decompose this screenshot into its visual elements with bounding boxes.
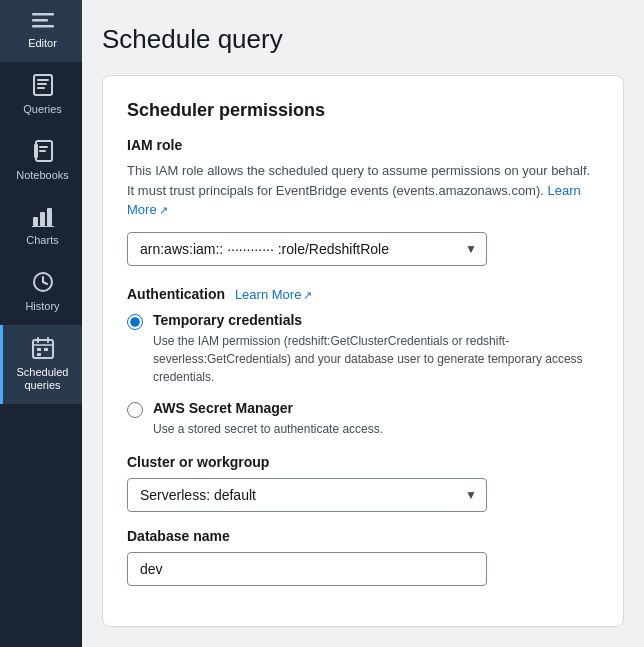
card-title: Scheduler permissions (127, 100, 599, 121)
svg-rect-9 (39, 146, 48, 148)
svg-rect-13 (47, 208, 52, 226)
svg-rect-4 (37, 79, 49, 81)
svg-rect-5 (37, 83, 47, 85)
external-link-icon: ↗ (159, 202, 168, 219)
database-section: Database name (127, 528, 599, 586)
sidebar-item-label-charts: Charts (26, 234, 58, 247)
svg-rect-0 (32, 13, 54, 16)
page-title: Schedule query (102, 24, 624, 55)
iam-role-select-wrapper: arn:aws:iam:: ············ :role/Redshif… (127, 232, 487, 266)
cluster-label: Cluster or workgroup (127, 454, 599, 470)
temporary-credentials-radio[interactable] (127, 314, 143, 330)
svg-rect-1 (32, 19, 48, 22)
authentication-section: Authentication Learn More↗ Temporary cre… (127, 286, 599, 438)
aws-secret-manager-title: AWS Secret Manager (153, 400, 383, 416)
charts-icon (32, 207, 54, 230)
svg-rect-18 (33, 340, 53, 358)
svg-rect-12 (40, 212, 45, 226)
sidebar-item-editor[interactable]: Editor (0, 0, 82, 62)
svg-rect-11 (33, 217, 38, 226)
svg-rect-22 (37, 348, 41, 351)
sidebar-item-label-editor: Editor (28, 37, 57, 50)
aws-secret-manager-description: Use a stored secret to authenticate acce… (153, 420, 383, 438)
svg-rect-8 (34, 144, 38, 158)
auth-external-link-icon: ↗ (303, 289, 312, 302)
database-name-input[interactable] (127, 552, 487, 586)
svg-rect-10 (39, 150, 46, 152)
svg-rect-6 (37, 87, 45, 89)
sidebar-item-scheduled-queries[interactable]: Scheduled queries (0, 325, 82, 404)
cluster-select[interactable]: Serverless: default (127, 478, 487, 512)
iam-role-description: This IAM role allows the scheduled query… (127, 161, 599, 220)
sidebar: Editor Queries Notebooks (0, 0, 82, 647)
queries-icon (33, 74, 53, 99)
aws-secret-manager-radio[interactable] (127, 402, 143, 418)
auth-learn-more-link[interactable]: Learn More↗ (235, 287, 312, 302)
sidebar-item-charts[interactable]: Charts (0, 195, 82, 259)
editor-icon (32, 12, 54, 33)
iam-role-section: IAM role This IAM role allows the schedu… (127, 137, 599, 266)
cluster-section: Cluster or workgroup Serverless: default… (127, 454, 599, 512)
sidebar-item-label-notebooks: Notebooks (16, 169, 69, 182)
scheduled-queries-icon (32, 337, 54, 362)
svg-line-17 (43, 282, 47, 284)
temporary-credentials-description: Use the IAM permission (redshift:GetClus… (153, 332, 599, 386)
iam-role-select[interactable]: arn:aws:iam:: ············ :role/Redshif… (127, 232, 487, 266)
scheduler-permissions-card: Scheduler permissions IAM role This IAM … (102, 75, 624, 627)
sidebar-item-label-history: History (25, 300, 59, 313)
main-content: Schedule query Scheduler permissions IAM… (82, 0, 644, 647)
sidebar-item-label-scheduled-queries: Scheduled queries (7, 366, 78, 392)
sidebar-item-notebooks[interactable]: Notebooks (0, 128, 82, 194)
history-icon (32, 271, 54, 296)
notebooks-icon (33, 140, 53, 165)
database-label: Database name (127, 528, 599, 544)
temporary-credentials-option: Temporary credentials Use the IAM permis… (127, 312, 599, 386)
svg-rect-24 (37, 353, 41, 356)
cluster-select-wrapper: Serverless: default ▼ (127, 478, 487, 512)
iam-role-label: IAM role (127, 137, 599, 153)
sidebar-item-history[interactable]: History (0, 259, 82, 325)
auth-label: Authentication Learn More↗ (127, 286, 599, 302)
aws-secret-manager-option: AWS Secret Manager Use a stored secret t… (127, 400, 599, 438)
sidebar-item-label-queries: Queries (23, 103, 62, 116)
svg-rect-2 (32, 25, 54, 28)
sidebar-item-queries[interactable]: Queries (0, 62, 82, 128)
temporary-credentials-title: Temporary credentials (153, 312, 599, 328)
svg-rect-23 (44, 348, 48, 351)
